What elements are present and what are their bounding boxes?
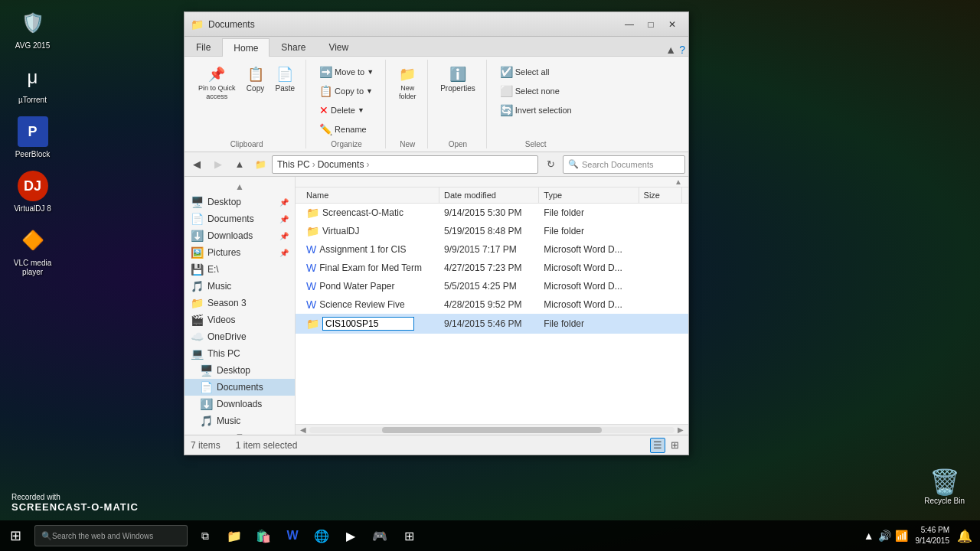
selection-status: 1 item selected xyxy=(236,440,298,451)
up-button[interactable]: ▲ xyxy=(230,155,249,174)
rename-button[interactable]: ✏️ Rename xyxy=(314,120,379,139)
address-bar: ◀ ▶ ▲ 📁 This PC › Documents › ↻ 🔍 Search… xyxy=(185,152,688,177)
select-none-button[interactable]: ⬜ Select none xyxy=(495,82,577,100)
large-icons-view-button[interactable]: ⊞ xyxy=(667,438,682,453)
sidebar-item-downloads[interactable]: ⬇️ Downloads 📌 xyxy=(185,227,295,244)
file-icon-pondwater: W xyxy=(306,280,316,292)
tab-file[interactable]: File xyxy=(185,37,222,56)
back-button[interactable]: ◀ xyxy=(188,155,206,174)
sidebar-item-downloads2[interactable]: ⬇️ Downloads xyxy=(185,396,295,412)
taskbar-media-button[interactable]: ▶ xyxy=(337,520,364,551)
sidebar-item-onedrive[interactable]: ☁️ OneDrive xyxy=(185,328,295,345)
col-header-size[interactable]: Size xyxy=(639,187,682,203)
utorrent-icon[interactable]: μ µTorrent xyxy=(8,62,57,105)
scroll-thumb[interactable] xyxy=(382,427,601,433)
tab-view[interactable]: View xyxy=(317,37,360,56)
path-item-documents[interactable]: Documents xyxy=(318,159,364,170)
recycle-bin-icon[interactable]: 🗑️ Recycle Bin xyxy=(924,468,965,505)
file-row[interactable]: W Assignment 1 for CIS 9/9/2015 7:17 PM … xyxy=(296,240,688,259)
refresh-button[interactable]: ↻ xyxy=(541,155,560,174)
taskbar-snap-button[interactable]: ⊞ xyxy=(395,520,423,551)
address-path[interactable]: This PC › Documents › xyxy=(272,155,538,174)
desktop-icons-container: 🛡️ AVG 2015 μ µTorrent P PeerBlock DJ Vi… xyxy=(8,8,57,277)
rename-input[interactable] xyxy=(322,317,414,331)
properties-button[interactable]: ℹ️ Properties xyxy=(436,63,480,96)
organize-group-label: Organize xyxy=(314,140,379,148)
sidebar-item-music[interactable]: 🎵 Music xyxy=(185,278,295,295)
invert-selection-button[interactable]: 🔄 Invert selection xyxy=(495,101,577,119)
collapse-arrow[interactable]: ▲ xyxy=(675,178,682,186)
sidebar-scroll-down[interactable]: ▼ xyxy=(185,429,295,435)
sidebar-item-edrive[interactable]: 💾 E:\ xyxy=(185,261,295,278)
details-view-button[interactable]: ☰ xyxy=(650,438,665,453)
open-group-label: Open xyxy=(436,140,480,148)
file-row[interactable]: W Pond Water Paper 5/5/2015 4:25 PM Micr… xyxy=(296,277,688,295)
horizontal-scrollbar[interactable]: ◀ ▶ xyxy=(296,424,688,435)
vlc-icon[interactable]: 🔶 VLC media player xyxy=(8,225,57,277)
pin-to-quick-access-button[interactable]: 📌 Pin to Quickaccess xyxy=(194,63,240,104)
tab-home[interactable]: Home xyxy=(222,38,270,57)
taskbar-xbox-button[interactable]: 🎮 xyxy=(366,520,394,551)
new-folder-button[interactable]: 📁 Newfolder xyxy=(394,63,421,104)
sidebar-item-videos[interactable]: 🎬 Videos xyxy=(185,311,295,328)
sidebar-item-desktop2[interactable]: 🖥️ Desktop xyxy=(185,362,295,379)
ribbon-content: 📌 Pin to Quickaccess 📋 Copy 📄 Paste Clip… xyxy=(185,57,688,152)
sidebar-scroll-up[interactable]: ▲ xyxy=(185,180,295,194)
file-row[interactable]: W Final Exam for Med Term 4/27/2015 7:23… xyxy=(296,259,688,277)
system-clock[interactable]: 5:46 PM 9/14/2015 xyxy=(916,525,950,546)
paste-button[interactable]: 📄 Paste xyxy=(271,63,300,96)
file-row[interactable]: 📁 Screencast-O-Matic 9/14/2015 5:30 PM F… xyxy=(296,204,688,222)
sys-tray-icons: ▲ 🔊 📶 xyxy=(864,530,908,542)
select-all-button[interactable]: ☑️ Select all xyxy=(495,63,577,81)
virtualdj-icon[interactable]: DJ VirtualDJ 8 xyxy=(8,171,57,214)
minimize-button[interactable]: — xyxy=(619,17,639,32)
scroll-track xyxy=(309,427,675,433)
sidebar-item-documents2[interactable]: 📄 Documents xyxy=(185,379,295,396)
file-row[interactable]: W Science Review Five 4/28/2015 9:52 PM … xyxy=(296,295,688,314)
copy-to-button[interactable]: 📋 Copy to ▼ xyxy=(314,82,379,100)
file-list-header: Name Date modified Type Size xyxy=(296,187,688,204)
maximize-button[interactable]: □ xyxy=(641,17,661,32)
taskbar-right: ▲ 🔊 📶 5:46 PM 9/14/2015 🔔 xyxy=(864,525,980,546)
path-item-thispc[interactable]: This PC xyxy=(277,159,310,170)
ribbon-group-new: 📁 Newfolder New xyxy=(387,60,428,148)
taskbar-search[interactable]: 🔍 Search the web and Windows xyxy=(34,525,188,546)
file-icon-cis100: 📁 xyxy=(306,318,319,330)
scroll-right-button[interactable]: ▶ xyxy=(675,425,687,434)
sidebar: ▲ 🖥️ Desktop 📌 📄 Documents 📌 ⬇️ Download… xyxy=(185,177,296,435)
taskbar-store-button[interactable]: 🛍️ xyxy=(250,520,277,551)
screencast-watermark: Recorded with SCREENCAST-O-MATIC xyxy=(11,493,139,513)
start-button[interactable]: ⊞ xyxy=(0,520,31,551)
close-button[interactable]: ✕ xyxy=(662,17,682,32)
select-group-label: Select xyxy=(495,140,577,148)
main-content: ▲ 🖥️ Desktop 📌 📄 Documents 📌 ⬇️ Download… xyxy=(185,177,688,435)
peerblock-icon[interactable]: P PeerBlock xyxy=(8,116,57,159)
tab-share[interactable]: Share xyxy=(270,37,317,56)
delete-button[interactable]: ✕ Delete ▼ xyxy=(314,101,379,119)
copy-button[interactable]: 📋 Copy xyxy=(242,63,270,96)
taskbar-word-button[interactable]: W xyxy=(279,520,306,551)
move-to-button[interactable]: ➡️ Move to ▼ xyxy=(314,63,379,81)
file-row[interactable]: 📁 VirtualDJ 5/19/2015 8:48 PM File folde… xyxy=(296,222,688,240)
avg-icon[interactable]: 🛡️ AVG 2015 xyxy=(8,8,57,51)
search-box[interactable]: 🔍 Search Documents xyxy=(563,155,685,174)
sidebar-item-pictures[interactable]: 🖼️ Pictures 📌 xyxy=(185,244,295,261)
task-view-button[interactable]: ⧉ xyxy=(191,520,219,551)
sidebar-item-documents[interactable]: 📄 Documents 📌 xyxy=(185,210,295,227)
file-row-renaming[interactable]: 📁 9/14/2015 5:46 PM File folder xyxy=(296,314,688,334)
ribbon: File Home Share View ▲ ? 📌 Pin to Quicka… xyxy=(185,37,688,152)
notification-button[interactable]: 🔔 xyxy=(957,529,972,543)
taskbar-explorer-button[interactable]: 📁 xyxy=(220,520,248,551)
col-header-type[interactable]: Type xyxy=(539,187,639,203)
col-header-date[interactable]: Date modified xyxy=(439,187,539,203)
col-header-name[interactable]: Name xyxy=(302,187,439,203)
ribbon-collapse-icon[interactable]: ▲ xyxy=(665,44,676,56)
taskbar-chrome-button[interactable]: 🌐 xyxy=(308,520,335,551)
sidebar-item-thispc[interactable]: 💻 This PC xyxy=(185,345,295,362)
sidebar-item-music2[interactable]: 🎵 Music xyxy=(185,412,295,429)
forward-button[interactable]: ▶ xyxy=(209,155,227,174)
scroll-left-button[interactable]: ◀ xyxy=(297,425,309,434)
sidebar-item-desktop[interactable]: 🖥️ Desktop 📌 xyxy=(185,194,295,210)
sidebar-item-season3[interactable]: 📁 Season 3 xyxy=(185,295,295,311)
help-icon[interactable]: ? xyxy=(679,44,685,56)
